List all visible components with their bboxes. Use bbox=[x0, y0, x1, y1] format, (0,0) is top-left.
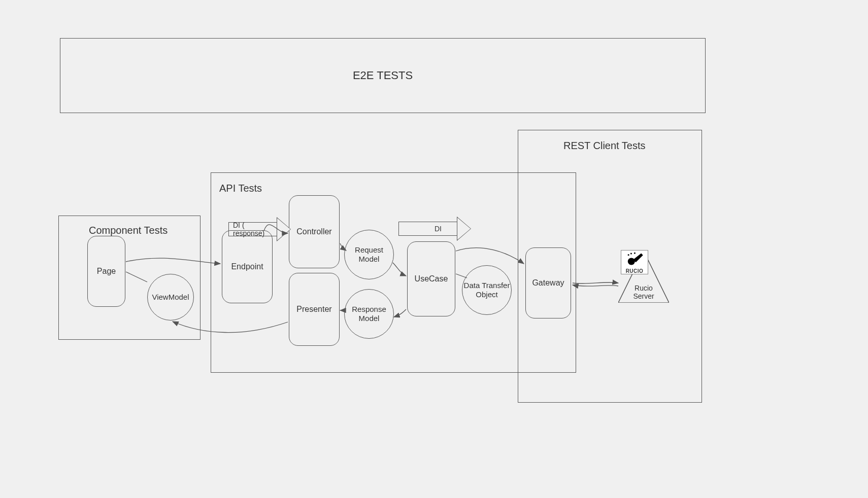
rucio-logo: RUCIO bbox=[621, 250, 648, 274]
svg-rect-4 bbox=[634, 253, 636, 254]
svg-rect-2 bbox=[628, 254, 629, 256]
node-viewmodel: ViewModel bbox=[147, 274, 194, 321]
arrow-di-response-label: DI ( response) bbox=[233, 221, 273, 237]
component-tests-title: Component Tests bbox=[89, 225, 168, 236]
node-controller: Controller bbox=[289, 195, 340, 268]
arrow-di-response: DI ( response) bbox=[228, 217, 291, 241]
node-controller-label: Controller bbox=[296, 227, 331, 236]
node-rucio-server-label: Rucio Server bbox=[623, 284, 664, 300]
node-request-model-label: Request Model bbox=[345, 245, 393, 264]
e2e-tests-title: E2E TESTS bbox=[353, 69, 413, 82]
rest-client-tests-title: REST Client Tests bbox=[563, 140, 646, 152]
node-dto-label: Data Transfer Object bbox=[462, 281, 511, 299]
node-page: Page bbox=[87, 236, 125, 307]
api-tests-title: API Tests bbox=[219, 183, 262, 194]
node-response-model: Response Model bbox=[344, 289, 394, 339]
node-page-label: Page bbox=[97, 267, 116, 276]
node-request-model: Request Model bbox=[344, 230, 394, 279]
node-presenter: Presenter bbox=[289, 273, 340, 346]
node-gateway: Gateway bbox=[525, 247, 571, 318]
node-viewmodel-label: ViewModel bbox=[152, 293, 189, 302]
node-dto: Data Transfer Object bbox=[462, 265, 512, 315]
container-e2e-tests: E2E TESTS bbox=[60, 38, 706, 113]
node-usecase: UseCase bbox=[407, 241, 455, 316]
node-endpoint-label: Endpoint bbox=[231, 262, 263, 271]
arrow-di: DI bbox=[398, 217, 471, 241]
node-presenter-label: Presenter bbox=[296, 305, 331, 314]
node-usecase-label: UseCase bbox=[415, 274, 448, 283]
node-gateway-label: Gateway bbox=[532, 278, 564, 288]
arrow-di-label: DI bbox=[414, 225, 442, 233]
svg-point-1 bbox=[628, 258, 635, 265]
rucio-logo-text: RUCIO bbox=[626, 268, 644, 274]
svg-rect-3 bbox=[630, 253, 632, 255]
node-response-model-label: Response Model bbox=[345, 305, 393, 323]
